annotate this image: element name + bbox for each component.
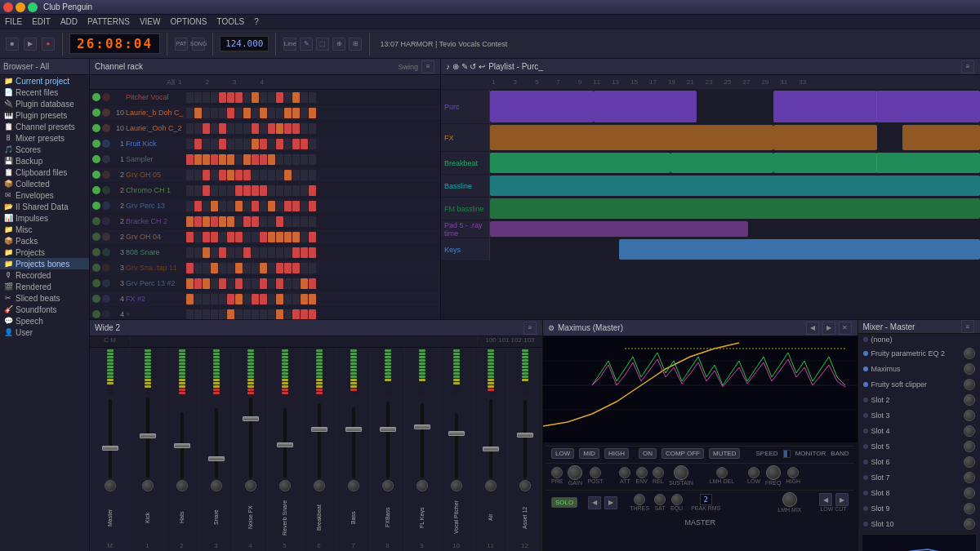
pad[interactable] — [309, 309, 316, 320]
fx-slot-2[interactable]: Maximus — [858, 362, 980, 377]
pad[interactable] — [219, 309, 226, 320]
freq-knob[interactable] — [766, 465, 781, 480]
pad[interactable] — [186, 309, 194, 320]
channel-mute-btn[interactable] — [102, 248, 110, 256]
pad[interactable] — [235, 232, 243, 242]
pad[interactable] — [227, 201, 234, 211]
pad[interactable] — [194, 201, 202, 211]
fx-slot-5[interactable]: Slot 3 — [858, 408, 980, 424]
pad[interactable] — [292, 309, 300, 320]
pad[interactable] — [203, 123, 210, 134]
playlist-block[interactable] — [619, 239, 980, 260]
pad[interactable] — [260, 232, 267, 242]
pat-button[interactable]: PAT — [175, 38, 188, 51]
pad[interactable] — [219, 139, 226, 149]
pad[interactable] — [252, 278, 259, 289]
sidebar-item-plugin-presets[interactable]: 🎹Plugin presets — [0, 109, 89, 121]
fx-slot-7[interactable]: Slot 5 — [858, 439, 980, 455]
fx-send-knob[interactable] — [964, 472, 975, 483]
sidebar-item-speech[interactable]: 💬Speech — [0, 315, 89, 327]
maximus-prev[interactable]: ◀ — [806, 322, 819, 335]
channel-on-btn[interactable] — [92, 109, 100, 117]
pad[interactable] — [260, 201, 267, 211]
sidebar-item-collected[interactable]: 📦Collected — [0, 178, 89, 189]
pad[interactable] — [252, 216, 259, 227]
pad[interactable] — [194, 92, 202, 103]
pad[interactable] — [276, 263, 283, 273]
maximus-next[interactable]: ▶ — [822, 322, 835, 335]
channel-on-btn[interactable] — [92, 233, 100, 241]
pad[interactable] — [235, 294, 243, 304]
sidebar-item-scores[interactable]: 🎵Scores — [0, 144, 89, 155]
sidebar-item-rendered[interactable]: 🎬Rendered — [0, 281, 89, 292]
pad[interactable] — [268, 278, 275, 289]
pad[interactable] — [203, 232, 210, 242]
pad[interactable] — [203, 278, 210, 289]
pad[interactable] — [243, 92, 251, 103]
pad[interactable] — [243, 154, 251, 165]
thres-knob[interactable] — [634, 494, 645, 505]
fx-send-knob[interactable] — [964, 456, 975, 468]
record-button[interactable]: ● — [42, 38, 55, 51]
sustain-knob[interactable] — [674, 465, 688, 480]
playlist-block[interactable] — [876, 153, 980, 173]
sidebar-item-clipboard-files[interactable]: 📋Clipboard files — [0, 167, 89, 178]
pad[interactable] — [194, 309, 202, 320]
pad[interactable] — [243, 216, 251, 227]
pad[interactable] — [268, 309, 275, 320]
pad[interactable] — [227, 263, 234, 273]
pad[interactable] — [276, 309, 283, 320]
pad[interactable] — [309, 278, 316, 289]
playlist-block[interactable] — [594, 91, 697, 122]
playlist-block[interactable] — [490, 198, 980, 219]
high-freq-knob[interactable] — [787, 467, 799, 478]
sidebar-item-channel-presets[interactable]: 📋Channel presets — [0, 121, 89, 132]
channel-on-btn[interactable] — [92, 217, 100, 225]
pad[interactable] — [284, 154, 292, 165]
pan-knob[interactable] — [382, 480, 394, 491]
channel-on-btn[interactable] — [92, 171, 100, 179]
pan-knob[interactable] — [314, 480, 325, 491]
fx-send-knob[interactable] — [964, 441, 975, 452]
pad[interactable] — [203, 201, 210, 211]
pad[interactable] — [268, 154, 275, 165]
pad[interactable] — [227, 92, 234, 103]
fx-send-knob[interactable] — [964, 503, 975, 514]
fader-thumb[interactable] — [414, 424, 430, 429]
pad[interactable] — [260, 108, 267, 118]
pad[interactable] — [235, 108, 243, 118]
pad[interactable] — [284, 201, 292, 211]
fx-send-knob[interactable] — [964, 410, 975, 421]
pad[interactable] — [260, 170, 267, 180]
pad[interactable] — [211, 108, 218, 118]
pad[interactable] — [301, 154, 308, 165]
pad[interactable] — [284, 247, 292, 258]
pad[interactable] — [309, 108, 316, 118]
pad[interactable] — [301, 185, 308, 196]
pan-knob[interactable] — [416, 480, 428, 491]
channel-on-btn[interactable] — [92, 202, 100, 210]
fx-send-knob[interactable] — [964, 425, 975, 437]
pad[interactable] — [194, 139, 202, 149]
fx-slot-10[interactable]: Slot 8 — [858, 486, 980, 501]
pad[interactable] — [309, 201, 316, 211]
pencil-tool[interactable]: ✎ — [300, 38, 313, 51]
channel-rack-menu[interactable]: ≡ — [421, 60, 434, 73]
pad[interactable] — [292, 263, 300, 273]
sidebar-item-mixer-presets[interactable]: 🎚Mixer presets — [0, 132, 89, 144]
pad[interactable] — [301, 294, 308, 304]
pad[interactable] — [194, 170, 202, 180]
line-mode[interactable]: Line — [283, 38, 296, 51]
pad[interactable] — [284, 139, 292, 149]
pad[interactable] — [203, 139, 210, 149]
pad[interactable] — [301, 263, 308, 273]
pad[interactable] — [292, 170, 300, 180]
channel-mute-btn[interactable] — [102, 217, 110, 225]
playlist-block[interactable] — [490, 125, 773, 150]
pad[interactable] — [186, 108, 194, 118]
pad[interactable] — [203, 154, 210, 165]
pad[interactable] — [252, 92, 259, 103]
minimize-button[interactable] — [16, 2, 25, 12]
pad[interactable] — [309, 170, 316, 180]
pad[interactable] — [260, 216, 267, 227]
